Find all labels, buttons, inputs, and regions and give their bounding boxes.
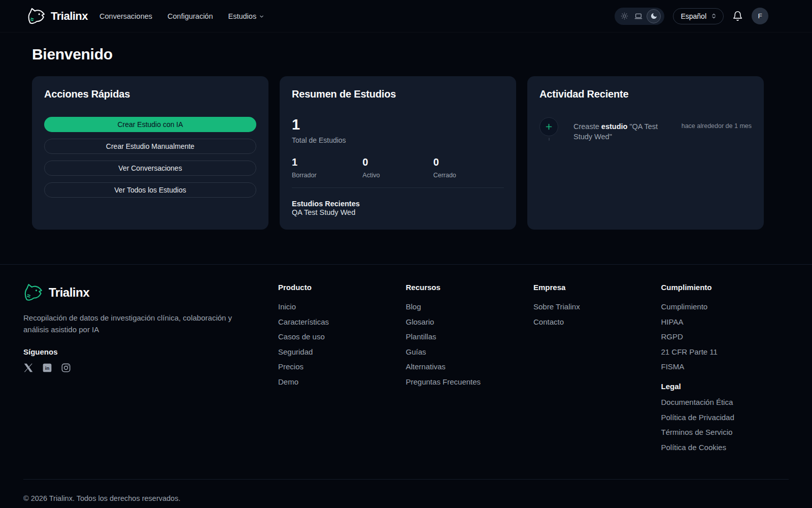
activity-circle: [539, 117, 558, 136]
theme-light-button[interactable]: [618, 10, 630, 22]
footer-link-terminos-de-servicio[interactable]: Términos de Servicio: [661, 428, 789, 436]
footer-link-alternativas[interactable]: Alternativas: [406, 362, 534, 371]
footer-link-politica-de-privacidad[interactable]: Política de Privacidad: [661, 413, 789, 422]
footer-link-politica-de-cookies[interactable]: Política de Cookies: [661, 443, 789, 452]
x-icon: [23, 363, 33, 373]
activity-timestamp: hace alrededor de 1 mes: [682, 117, 752, 130]
stat-active: 0 Activo: [362, 157, 433, 179]
theme-system-button[interactable]: [632, 10, 645, 22]
create-study-manual-button[interactable]: Crear Estudio Manualmente: [44, 139, 256, 154]
activity-icon-column: [539, 117, 558, 141]
theme-toggle: [615, 8, 664, 25]
linkedin-social-link[interactable]: in: [42, 363, 52, 373]
brand-name: Trialinx: [51, 10, 88, 23]
footer-link-21-cfr-parte-11[interactable]: 21 CFR Parte 11: [661, 347, 789, 356]
quick-actions-title: Acciones Rápidas: [44, 88, 256, 100]
moon-icon: [650, 12, 658, 20]
recent-study-link[interactable]: QA Test Study Wed: [292, 208, 355, 216]
footer-link-contacto[interactable]: Contacto: [533, 318, 661, 326]
quick-actions-card: Acciones Rápidas Crear Estudio con IA Cr…: [32, 76, 268, 230]
avatar-initial: F: [758, 12, 762, 20]
footer-link-guias[interactable]: Guías: [406, 347, 534, 356]
chevrons-up-down-icon: [710, 13, 717, 19]
view-all-studies-button[interactable]: Ver Todos los Estudios: [44, 182, 256, 198]
footer-brand-logo[interactable]: Trialinx: [23, 283, 278, 302]
footer-divider: [23, 479, 789, 480]
footer-link-sobre-trialinx[interactable]: Sobre Trialinx: [533, 302, 661, 311]
nav-link-estudios[interactable]: Estudios: [228, 12, 265, 20]
stat-active-value: 0: [362, 157, 433, 167]
footer-link-demo[interactable]: Demo: [278, 377, 406, 386]
study-stats-row: 1 Borrador 0 Activo 0 Cerrado: [292, 157, 504, 188]
notifications-button[interactable]: [732, 11, 743, 21]
footer-link-precios[interactable]: Precios: [278, 362, 406, 371]
navbar-right: Español F: [615, 8, 768, 25]
activity-item: Creaste estudio "QA Test Study Wed" hace…: [539, 117, 752, 142]
navbar: Trialinx Conversaciones Configuración Es…: [0, 0, 812, 33]
plus-icon: [545, 122, 553, 131]
language-label: Español: [681, 12, 706, 20]
footer-link-caracteristicas[interactable]: Características: [278, 318, 406, 326]
nav-link-conversaciones[interactable]: Conversaciones: [99, 12, 152, 20]
stat-draft-value: 1: [292, 157, 362, 167]
recent-activity-title: Actividad Reciente: [539, 88, 752, 100]
footer-description: Recopilación de datos de investigación c…: [23, 312, 247, 336]
sun-icon: [621, 12, 628, 20]
laptop-icon: [634, 12, 642, 20]
timeline-connector: [549, 138, 550, 141]
linkedin-icon: in: [42, 363, 52, 373]
x-social-link[interactable]: [23, 363, 33, 373]
footer-column-title: Recursos: [406, 283, 534, 292]
footer-column-empresa: Empresa Sobre Trialinx Contacto: [533, 283, 661, 458]
page-title: Bienvenido: [32, 46, 764, 63]
footer-column-title: Producto: [278, 283, 406, 292]
footer-column-title: Cumplimiento: [661, 283, 789, 292]
stat-draft: 1 Borrador: [292, 157, 362, 179]
user-avatar[interactable]: F: [752, 8, 768, 24]
footer-link-blog[interactable]: Blog: [406, 302, 534, 311]
brand-logo[interactable]: Trialinx: [27, 7, 88, 25]
bell-icon: [732, 11, 743, 21]
footer-link-documentacion-etica[interactable]: Documentación Ética: [661, 398, 789, 406]
stat-closed-label: Cerrado: [433, 172, 504, 179]
stat-closed: 0 Cerrado: [433, 157, 504, 179]
footer: Trialinx Recopilación de datos de invest…: [0, 264, 812, 508]
footer-link-cumplimiento[interactable]: Cumplimiento: [661, 302, 789, 311]
recent-activity-card: Actividad Reciente Creaste estudio "QA T…: [527, 76, 764, 230]
follow-us-label: Síguenos: [23, 347, 278, 356]
create-study-ai-button[interactable]: Crear Estudio con IA: [44, 117, 256, 132]
activity-text: Creaste estudio "QA Test Study Wed": [573, 117, 666, 142]
fox-logo-icon: [23, 283, 44, 302]
nav-link-configuracion[interactable]: Configuración: [167, 12, 213, 20]
footer-link-casos-de-uso[interactable]: Casos de uso: [278, 332, 406, 341]
instagram-icon: [61, 363, 71, 373]
svg-text:in: in: [45, 365, 50, 371]
main-content: Bienvenido Acciones Rápidas Crear Estudi…: [0, 33, 812, 264]
dashboard-cards: Acciones Rápidas Crear Estudio con IA Cr…: [32, 76, 764, 230]
footer-brand-column: Trialinx Recopilación de datos de invest…: [23, 283, 278, 458]
study-summary-card: Resumen de Estudios 1 Total de Estudios …: [280, 76, 516, 230]
footer-link-seguridad[interactable]: Seguridad: [278, 347, 406, 356]
instagram-social-link[interactable]: [61, 363, 71, 373]
footer-link-glosario[interactable]: Glosario: [406, 318, 534, 326]
stat-active-label: Activo: [362, 172, 433, 179]
footer-link-preguntas-frecuentes[interactable]: Preguntas Frecuentes: [406, 377, 534, 386]
footer-legal-title: Legal: [661, 382, 789, 391]
fox-logo-icon: [27, 7, 46, 25]
copyright-text: © 2026 Trialinx. Todos los derechos rese…: [23, 494, 789, 502]
stat-closed-value: 0: [433, 157, 504, 167]
total-studies-label: Total de Estudios: [292, 136, 504, 144]
social-links: in: [23, 363, 278, 373]
chevron-down-icon: [259, 13, 264, 19]
footer-link-plantillas[interactable]: Plantillas: [406, 332, 534, 341]
footer-brand-name: Trialinx: [49, 285, 89, 300]
footer-link-rgpd[interactable]: RGPD: [661, 332, 789, 341]
footer-grid: Trialinx Recopilación de datos de invest…: [23, 283, 789, 458]
footer-link-fisma[interactable]: FISMA: [661, 362, 789, 371]
theme-dark-button[interactable]: [647, 9, 661, 23]
footer-link-hipaa[interactable]: HIPAA: [661, 318, 789, 326]
main-nav: Conversaciones Configuración Estudios: [99, 12, 264, 20]
footer-link-inicio[interactable]: Inicio: [278, 302, 406, 311]
view-conversations-button[interactable]: Ver Conversaciones: [44, 161, 256, 176]
language-selector[interactable]: Español: [673, 8, 724, 24]
